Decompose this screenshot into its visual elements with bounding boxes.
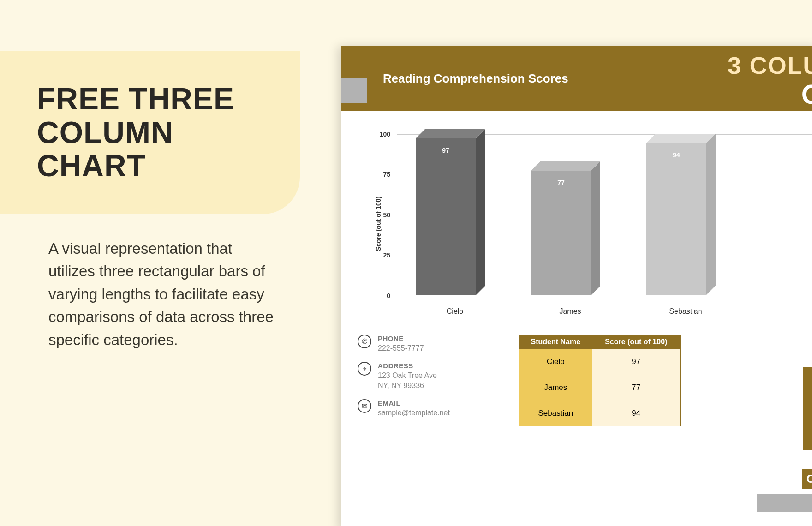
address-line1: 123 Oak Tree Ave [378, 371, 437, 380]
data-table: Student Name Score (out of 100) Cielo 97… [519, 335, 681, 426]
email-value: sample@template.net [378, 409, 450, 417]
y-tick: 100 [380, 131, 390, 138]
info-row: ✆ PHONE 222-555-7777 ⌖ ADDRESS 123 Oak T… [341, 335, 812, 426]
cell-score: 97 [592, 349, 680, 375]
phone-icon: ✆ [358, 335, 371, 348]
description: A visual representation that utilizes th… [0, 214, 314, 352]
table-row: Cielo 97 [519, 349, 681, 375]
contact-address: ⌖ ADDRESS 123 Oak Tree Ave NY, NY 99336 [358, 362, 482, 390]
cell-score: 94 [592, 400, 680, 426]
y-tick: 75 [383, 171, 390, 178]
grey-bottom-strip [757, 494, 812, 512]
address-icon: ⌖ [358, 362, 371, 376]
document-preview: Reading Comprehension Scores 3 COLU C Sc… [341, 46, 812, 526]
cell-score: 77 [592, 375, 680, 400]
x-labels: CieloJamesSebastian [397, 307, 812, 316]
address-line2: NY, NY 99336 [378, 382, 437, 390]
email-icon: ✉ [358, 399, 371, 413]
doc-header: Reading Comprehension Scores 3 COLU C [341, 46, 812, 111]
bar: 77 [531, 133, 609, 295]
header-big-1: 3 COLU [728, 52, 812, 79]
chart-title: Reading Comprehension Scores [383, 72, 568, 86]
x-label: Sebastian [646, 307, 725, 316]
contact-block: ✆ PHONE 222-555-7777 ⌖ ADDRESS 123 Oak T… [358, 335, 482, 426]
side-dark-box [803, 367, 812, 450]
side-label: Co [802, 469, 812, 489]
bars-container: 97 77 94 [397, 133, 812, 295]
th-score: Score (out of 100) [592, 335, 680, 349]
table-row: Sebastian 94 [519, 400, 681, 426]
x-label: James [531, 307, 609, 316]
y-ticks: 100 75 50 25 0 [372, 125, 395, 296]
address-label: ADDRESS [378, 362, 437, 370]
cell-name: Sebastian [519, 400, 592, 426]
y-tick: 25 [383, 251, 390, 259]
cell-name: Cielo [519, 349, 592, 375]
bar-value-label: 97 [416, 147, 476, 154]
page-title: FREE THREE COLUMN CHART [37, 82, 281, 183]
phone-value: 222-555-7777 [378, 344, 424, 353]
y-tick: 0 [387, 292, 390, 299]
header-big-2: C [801, 78, 812, 110]
th-name: Student Name [519, 335, 592, 349]
table-row: James 77 [519, 375, 681, 400]
contact-email: ✉ EMAIL sample@template.net [358, 399, 482, 417]
x-label: Cielo [416, 307, 494, 316]
bar: 94 [646, 133, 725, 295]
title-line-2: COLUMN CHART [37, 115, 173, 183]
bar: 97 [416, 133, 494, 295]
y-tick: 50 [383, 211, 390, 219]
email-label: EMAIL [378, 399, 450, 407]
bar-value-label: 77 [531, 179, 591, 186]
chart-area: Score (out of 100) 100 75 50 25 0 97 [374, 125, 812, 323]
decorative-square [341, 78, 367, 103]
left-panel: FREE THREE COLUMN CHART A visual represe… [0, 0, 332, 351]
bar-value-label: 94 [646, 151, 706, 159]
cell-name: James [519, 375, 592, 400]
contact-phone: ✆ PHONE 222-555-7777 [358, 335, 482, 353]
phone-label: PHONE [378, 335, 424, 342]
title-box: FREE THREE COLUMN CHART [0, 51, 300, 214]
title-line-1: FREE THREE [37, 82, 234, 116]
